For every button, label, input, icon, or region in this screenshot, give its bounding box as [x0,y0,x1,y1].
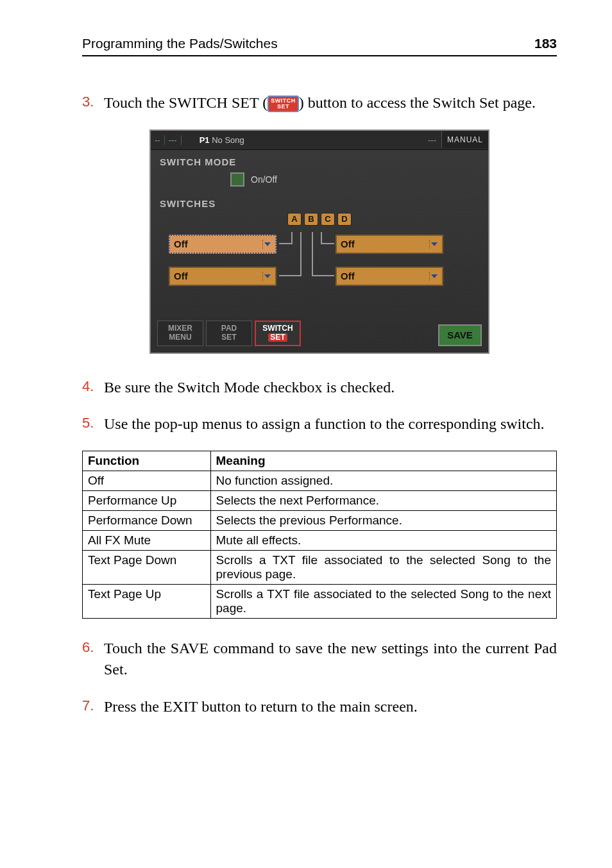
slot-a-label: A [287,213,302,226]
titlebar-title: P1 No Song [182,135,244,145]
chevron-down-icon [429,240,438,249]
titlebar-dash-1: -- [151,135,164,145]
switch-mode-label: SWITCH MODE [160,156,479,167]
switch-a-dropdown[interactable]: Off [169,235,276,254]
chevron-down-icon [429,272,438,281]
table-row: OffNo function assigned. [83,471,557,490]
switch-b-value: Off [341,238,355,249]
chevron-down-icon [262,272,271,281]
manual-button[interactable]: MANUAL [441,131,488,148]
step-number-5: 5. [82,413,104,435]
step-3-text: Touch the SWITCH SET (SWITCHSET) button … [104,92,557,114]
step-6-text: Touch the SAVE command to save the new s… [104,638,557,681]
switch-b-dropdown[interactable]: Off [336,235,443,254]
table-row: Text Page DownScrolls a TXT file associa… [83,550,557,584]
switch-d-dropdown[interactable]: Off [336,267,443,286]
switch-d-value: Off [341,271,355,281]
switch-a-value: Off [174,238,188,249]
function-table: Function Meaning OffNo function assigned… [82,451,557,619]
switch-set-icon: SWITCHSET [268,96,299,112]
th-meaning: Meaning [210,451,556,471]
th-function: Function [83,451,211,471]
table-row: All FX MuteMute all effects. [83,530,557,550]
step-3-pre: Touch the SWITCH SET ( [104,94,268,111]
table-row: Performance DownSelects the previous Per… [83,510,557,530]
slot-c-label: C [321,213,335,226]
step-4-text: Be sure the Switch Mode checkbox is chec… [104,377,557,399]
tab-pad-set[interactable]: PADSET [206,321,252,346]
step-number-4: 4. [82,377,104,399]
step-3-post: ) button to access the Switch Set page. [299,94,536,111]
step-7-text: Press the EXIT button to return to the m… [104,696,557,718]
table-row: Text Page UpScrolls a TXT file associate… [83,584,557,618]
switch-c-value: Off [174,271,188,281]
titlebar-dash-2: --- [164,135,182,145]
slot-d-label: D [337,213,352,226]
switches-label: SWITCHES [160,198,479,209]
slot-b-label: B [304,213,318,226]
tab-mixer-menu[interactable]: MIXERMENU [157,321,203,346]
onoff-label: On/Off [251,174,277,185]
step-number-3: 3. [82,92,104,114]
header-rule [82,55,557,56]
bracket-lines [279,232,334,294]
device-screenshot: -- --- P1 No Song --- MANUAL SWITCH MODE… [149,129,489,354]
step-number-6: 6. [82,638,104,681]
switch-c-dropdown[interactable]: Off [169,267,276,286]
save-button[interactable]: SAVE [438,324,482,346]
page-number: 183 [534,36,557,51]
header-title: Programming the Pads/Switches [82,36,278,51]
switch-mode-checkbox[interactable] [230,172,244,187]
screen-titlebar: -- --- P1 No Song --- MANUAL [151,131,488,150]
step-5-text: Use the pop-up menus to assign a functio… [104,413,557,435]
titlebar-dash-3: --- [423,135,441,145]
tab-switch-set[interactable]: SWITCHSET [255,321,301,346]
step-number-7: 7. [82,696,104,718]
table-row: Performance UpSelects the next Performan… [83,490,557,510]
chevron-down-icon [262,240,271,249]
